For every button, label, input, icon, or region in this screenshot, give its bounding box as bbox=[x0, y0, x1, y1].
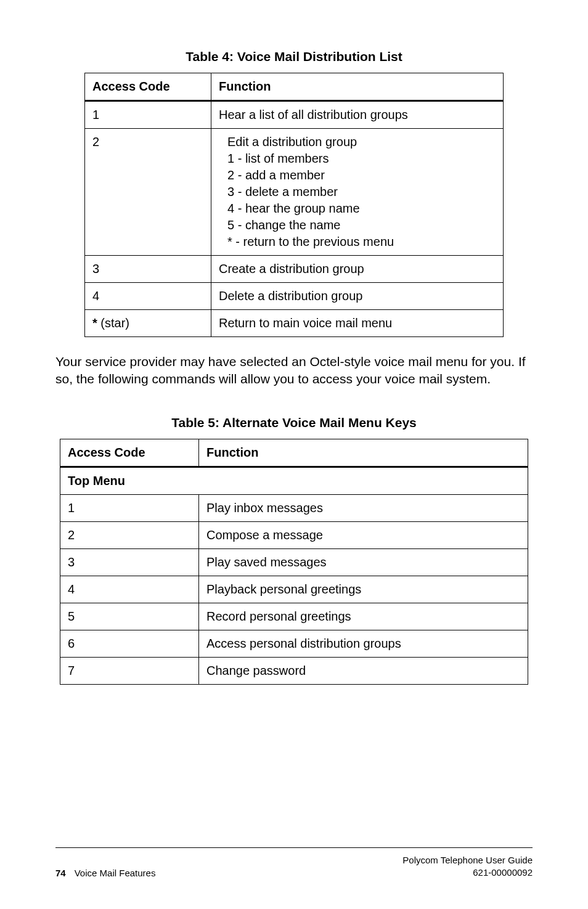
access-code-cell: 4 bbox=[60, 576, 199, 603]
table-row: 2 Compose a message bbox=[60, 521, 528, 548]
function-cell: Compose a message bbox=[199, 521, 528, 548]
function-sub: 3 - delete a member bbox=[227, 184, 496, 200]
table-row: 4 Delete a distribution group bbox=[85, 283, 504, 310]
table5-section-cell: Top Menu bbox=[60, 467, 528, 494]
access-code-cell: 6 bbox=[60, 630, 199, 657]
function-cell: Create a distribution group bbox=[211, 256, 504, 283]
function-sub: 1 - list of members bbox=[227, 150, 496, 167]
table5-header-row: Access Code Function bbox=[60, 439, 528, 467]
access-code-cell: 3 bbox=[60, 548, 199, 576]
function-cell: Playback personal greetings bbox=[199, 576, 528, 603]
footer-section: Voice Mail Features bbox=[75, 868, 156, 878]
access-code-cell: 2 bbox=[85, 129, 211, 256]
access-code-cell: * (star) bbox=[85, 310, 211, 337]
table5: Access Code Function Top Menu 1 Play inb… bbox=[60, 439, 528, 685]
function-cell: Change password bbox=[199, 657, 528, 684]
footer-guide: Polycom Telephone User Guide bbox=[402, 854, 533, 866]
table5-title: Table 5: Alternate Voice Mail Menu Keys bbox=[55, 415, 533, 430]
table5-header-function: Function bbox=[199, 439, 528, 467]
star-suffix: (star) bbox=[100, 316, 129, 330]
page-footer: 74 Voice Mail Features Polycom Telephone… bbox=[55, 847, 533, 878]
function-cell: Hear a list of all distribution groups bbox=[211, 101, 504, 129]
function-cell: Play inbox messages bbox=[199, 494, 528, 521]
function-sub: 5 - change the name bbox=[227, 217, 496, 234]
function-cell: Edit a distribution group 1 - list of me… bbox=[211, 129, 504, 256]
footer-right: Polycom Telephone User Guide 621-0000009… bbox=[402, 854, 533, 878]
access-code-cell: 2 bbox=[60, 521, 199, 548]
access-code-cell: 3 bbox=[85, 256, 211, 283]
function-cell: Record personal greetings bbox=[199, 603, 528, 630]
table5-section-row: Top Menu bbox=[60, 467, 528, 494]
table-row: 1 Play inbox messages bbox=[60, 494, 528, 521]
table-row: 7 Change password bbox=[60, 657, 528, 684]
access-code-cell: 1 bbox=[60, 494, 199, 521]
table-row: 6 Access personal distribution groups bbox=[60, 630, 528, 657]
table-row: 4 Playback personal greetings bbox=[60, 576, 528, 603]
function-main: Edit a distribution group bbox=[227, 134, 496, 150]
body-paragraph: Your service provider may have selected … bbox=[55, 353, 533, 388]
table5-header-access: Access Code bbox=[60, 439, 199, 467]
page-number: 74 bbox=[55, 868, 66, 878]
function-sub: 4 - hear the group name bbox=[227, 200, 496, 217]
function-cell: Return to main voice mail menu bbox=[211, 310, 504, 337]
star-prefix: * bbox=[92, 316, 100, 330]
table4-header-access: Access Code bbox=[85, 73, 211, 101]
table-row: 1 Hear a list of all distribution groups bbox=[85, 101, 504, 129]
function-sub: 2 - add a member bbox=[227, 167, 496, 184]
table-row: 2 Edit a distribution group 1 - list of … bbox=[85, 129, 504, 256]
page-content: Table 4: Voice Mail Distribution List Ac… bbox=[55, 49, 533, 823]
function-sub: * - return to the previous menu bbox=[227, 234, 496, 250]
function-cell: Delete a distribution group bbox=[211, 283, 504, 310]
access-code-cell: 1 bbox=[85, 101, 211, 129]
table-row: 3 Create a distribution group bbox=[85, 256, 504, 283]
table-row: 5 Record personal greetings bbox=[60, 603, 528, 630]
footer-docnum: 621-00000092 bbox=[402, 866, 533, 879]
function-cell: Access personal distribution groups bbox=[199, 630, 528, 657]
table4-title: Table 4: Voice Mail Distribution List bbox=[55, 49, 533, 64]
access-code-cell: 7 bbox=[60, 657, 199, 684]
table4: Access Code Function 1 Hear a list of al… bbox=[84, 73, 504, 337]
table4-header-function: Function bbox=[211, 73, 504, 101]
table-row: 3 Play saved messages bbox=[60, 548, 528, 576]
footer-left: 74 Voice Mail Features bbox=[55, 868, 155, 878]
function-cell: Play saved messages bbox=[199, 548, 528, 576]
access-code-cell: 4 bbox=[85, 283, 211, 310]
table-row: * (star) Return to main voice mail menu bbox=[85, 310, 504, 337]
table4-header-row: Access Code Function bbox=[85, 73, 504, 101]
access-code-cell: 5 bbox=[60, 603, 199, 630]
